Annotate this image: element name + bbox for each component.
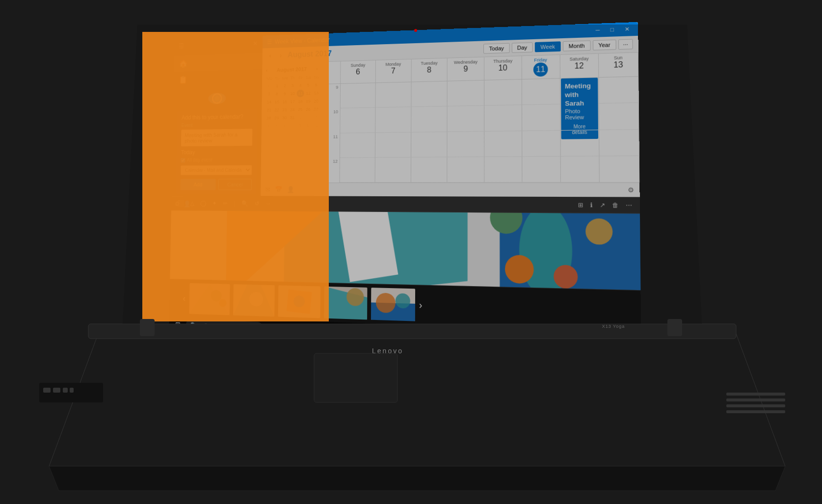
mini-cal-next[interactable]: › [316,66,318,72]
mini-cal-cell[interactable]: 5 [273,122,280,130]
photo-more-icon[interactable]: ⋯ [623,200,634,210]
mini-cal-cell[interactable]: 22 [273,106,280,114]
mini-cal-cell[interactable]: 24 [289,106,296,114]
mini-cal-cell[interactable]: 14 [265,98,273,106]
mini-cal-cell[interactable]: 1 [273,82,281,90]
mini-cal-cell[interactable]: 3 [289,81,296,89]
photo-thumb-5[interactable] [371,288,415,321]
cortana-home-nav[interactable]: 🏠 [174,53,263,72]
cortana-add-button[interactable]: Add [180,179,215,190]
cortana-user-icon[interactable]: 👤 [184,200,191,207]
photo-thumb-4[interactable] [324,287,367,320]
mini-cal-cell[interactable]: 9 [304,122,312,130]
mini-cal-cell[interactable]: 19 [304,98,312,106]
photo-share-icon[interactable]: ↗ [598,200,608,210]
sys-tray-volume[interactable]: 🔊 [585,335,592,342]
photo-thumb-2[interactable] [233,284,275,317]
cal-calendar-icon[interactable]: 📅 [275,186,282,193]
photo-tool-forward[interactable]: → [264,199,273,208]
cortana-close-icon[interactable]: ✕ [253,40,258,48]
cortana-calendar-select[interactable]: Calendar - Mail and Calendar [181,165,252,175]
mini-cal-cell[interactable]: 9 [281,90,289,98]
sys-tray-network[interactable]: ▲ [576,335,582,342]
mini-cal-cell[interactable]: 31 [265,82,273,90]
mini-cal-cell[interactable]: 31 [289,114,296,122]
sys-tray-battery[interactable]: 🔋 [596,336,604,343]
photo-thumb-3[interactable] [278,285,320,318]
cortana-calendar-nav[interactable]: 📋 [173,69,262,88]
photo-strip-next[interactable]: › [419,299,423,311]
photo-strip-prev[interactable]: ‹ [183,293,186,304]
week-day-tue: Tuesday 8 [411,58,448,82]
cortana-allday-checkbox[interactable] [181,158,185,162]
mini-cal-cell[interactable]: 5 [305,81,312,89]
mini-cal-cell[interactable]: 8 [296,122,304,130]
mini-cal-dh-tu: Tu [273,75,281,82]
mini-cal-cell[interactable]: 25 [296,106,304,113]
mini-cal-cell[interactable]: 16 [281,98,288,106]
mini-cal-cell[interactable]: 10 [312,122,319,130]
cal-day-btn[interactable]: Day [511,42,532,53]
cal-next-btn[interactable]: › [277,51,284,60]
taskbar-cortana-icon[interactable]: ◎ [266,322,276,333]
mini-cal-cell[interactable]: 2 [304,114,312,122]
day-slot-fri-9 [522,79,560,105]
start-button[interactable]: ⊞ [172,318,185,330]
mini-cal-cell[interactable]: 6 [313,81,320,89]
system-tray: ▲ 🔊 🔋 [576,335,604,343]
photo-delete-icon[interactable]: 🗑 [610,200,621,210]
day-slot [599,130,639,156]
cal-today-btn[interactable]: Today [483,43,509,54]
photo-info-icon[interactable]: ℹ [588,200,595,210]
mini-cal-cell[interactable]: 15 [273,98,281,106]
mini-cal-cell[interactable]: 12 [305,89,312,97]
mini-cal-cell[interactable]: 2 [281,82,289,90]
cal-minimize-btn[interactable]: ─ [592,26,603,35]
mini-cal-cell[interactable]: 28 [265,114,272,122]
cortana-cancel-button[interactable]: Cancel [218,179,252,190]
cal-year-btn[interactable]: Year [592,40,616,51]
cal-month-btn[interactable]: Month [563,40,590,51]
mini-cal-cell[interactable]: 30 [281,114,288,122]
mini-cal-cell[interactable]: 3 [312,113,319,121]
cal-people-icon[interactable]: 👤 [287,186,294,193]
cal-hamburger-icon[interactable]: ☰ [267,38,272,45]
mini-cal-cell[interactable]: 1 [296,114,304,122]
mini-cal-cell[interactable]: 23 [281,106,288,114]
cal-close-btn[interactable]: ✕ [621,25,633,33]
taskbar-search-input[interactable] [199,321,258,332]
cal-settings-icon[interactable]: ⚙ [628,186,634,194]
cal-maximize-btn[interactable]: □ [607,26,617,34]
mini-cal-prev[interactable]: ‹ [266,67,268,73]
mini-cal-cell[interactable]: 17 [289,98,296,106]
cal-more-btn[interactable]: ··· [618,39,633,50]
photo-grid-icon[interactable]: ⊞ [576,200,585,210]
day-slot [560,156,600,183]
taskbar-mail-icon[interactable]: ✉ [279,323,288,333]
cortana-settings-icon[interactable]: ⚙ [175,200,180,207]
mini-cal-cell[interactable]: 27 [312,106,319,113]
mini-cal-cell[interactable]: 20 [312,97,319,105]
mini-cal-cell[interactable]: 7 [265,90,273,98]
mini-cal-cell[interactable]: 7 [289,122,296,130]
svg-point-1 [215,96,219,101]
mini-cal-cell[interactable]: 10 [289,90,296,98]
mini-cal-cell[interactable]: 13 [313,89,320,97]
photo-thumb-1[interactable] [189,283,230,315]
mini-cal-cell[interactable]: 26 [304,106,312,113]
cal-prev-btn[interactable]: ‹ [267,51,274,60]
taskbar-calendar-icon[interactable]: 📅 [291,324,302,334]
hamburger-icon[interactable]: ☰ [178,42,184,50]
mini-cal-today[interactable]: 11 [297,89,304,97]
mini-cal-cell[interactable]: 6 [281,122,288,130]
mini-cal-cell[interactable]: 29 [273,114,280,122]
taskbar-clock[interactable]: 1:30 PM 01/18/2020 [608,332,637,348]
cal-week-btn[interactable]: Week [535,41,561,52]
mini-cal-cell[interactable]: 4 [265,122,272,130]
mini-cal-cell[interactable]: 18 [296,98,304,106]
mini-cal-cell[interactable]: 8 [273,90,281,98]
mini-cal-cell[interactable]: 4 [297,81,304,89]
cal-mail-icon[interactable]: ✉ [265,186,270,193]
taskbar-search-bar[interactable]: 🔍 [186,319,263,333]
mini-cal-cell[interactable]: 21 [265,106,273,114]
